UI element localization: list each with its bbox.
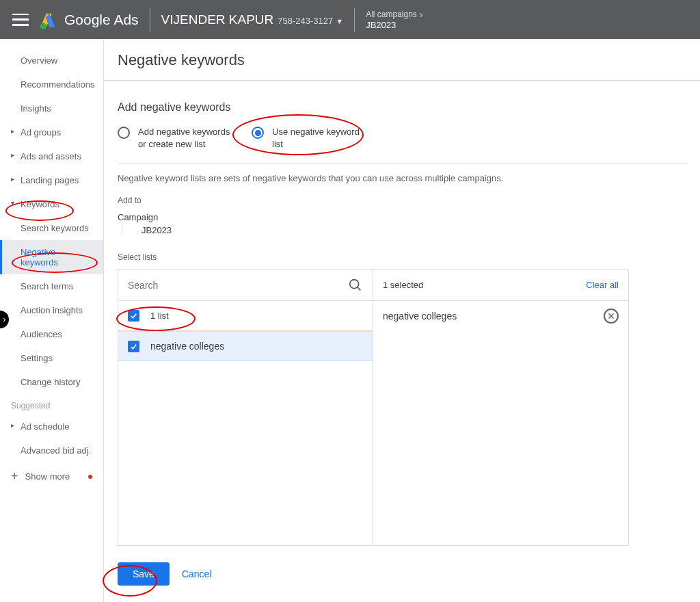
nav-show-more-label: Show more	[25, 471, 70, 482]
nav-overview[interactable]: Overview	[0, 49, 103, 73]
nav-ads-assets[interactable]: Ads and assets	[0, 144, 103, 168]
nav-change-history[interactable]: Change history	[0, 370, 103, 394]
nav-settings[interactable]: Settings	[0, 346, 103, 370]
radio-label: Use negative keyword list	[272, 126, 368, 150]
account-switcher[interactable]: VIJENDER KAPUR 758-243-3127 ▼	[161, 12, 344, 27]
list-item-label: negative colleges	[150, 341, 224, 352]
nav-negative-keywords[interactable]: Negative keywords	[0, 240, 103, 274]
radio-group: Add negative keywords or create new list…	[118, 126, 689, 163]
search-input[interactable]	[128, 280, 348, 291]
title-divider	[104, 80, 700, 81]
page-title: Negative keywords	[118, 51, 689, 80]
account-name: VIJENDER KAPUR	[161, 12, 274, 27]
search-icon[interactable]	[348, 278, 363, 293]
svg-point-3	[350, 279, 359, 288]
checkbox-checked-icon[interactable]	[128, 310, 139, 322]
header-divider	[354, 8, 355, 32]
list-count-label: 1 list	[150, 311, 169, 321]
clear-all-button[interactable]: Clear all	[586, 280, 619, 290]
main-content: Negative keywords Add negative keywords …	[104, 39, 700, 602]
nav-suggested-label: Suggested	[0, 394, 103, 415]
add-to-label: Add to	[118, 196, 689, 205]
nav-ad-schedule[interactable]: Ad schedule	[0, 415, 103, 439]
nav-ad-groups[interactable]: Ad groups	[0, 120, 103, 144]
cancel-button[interactable]: Cancel	[182, 568, 212, 579]
google-ads-logo-icon	[38, 10, 57, 29]
side-nav: Overview Recommendations Insights Ad gro…	[0, 39, 104, 602]
save-button[interactable]: Save	[118, 562, 170, 586]
breadcrumb-top: All campaigns	[366, 9, 417, 20]
campaign-value: JB2023	[122, 225, 172, 235]
nav-search-terms[interactable]: Search terms	[0, 274, 103, 298]
account-id: 758-243-3127	[278, 16, 333, 26]
footer-buttons: Save Cancel	[118, 562, 689, 586]
svg-line-4	[358, 287, 361, 290]
list-selector: 1 list negative colleges 1 selected Clea…	[118, 269, 629, 546]
chevron-right-icon: ›	[420, 9, 423, 20]
campaign-selector[interactable]: Campaign JB2023	[118, 212, 689, 236]
radio-add-keywords[interactable]: Add negative keywords or create new list	[118, 126, 234, 150]
radio-use-list[interactable]: Use negative keyword list	[252, 126, 368, 150]
nav-audiences[interactable]: Audiences	[0, 322, 103, 346]
nav-insights[interactable]: Insights	[0, 96, 103, 120]
svg-point-2	[40, 23, 46, 29]
nav-show-more[interactable]: + Show more	[0, 462, 103, 490]
selected-item-label: negative colleges	[383, 311, 457, 322]
nav-auction-insights[interactable]: Auction insights	[0, 298, 103, 322]
nav-landing-pages[interactable]: Landing pages	[0, 168, 103, 192]
available-lists-pane: 1 list negative colleges	[118, 270, 373, 545]
nav-advanced-bid[interactable]: Advanced bid adj.	[0, 439, 103, 462]
section-title: Add negative keywords	[118, 101, 689, 114]
remove-item-button[interactable]	[604, 309, 619, 324]
selected-item: negative colleges	[373, 301, 628, 331]
hamburger-menu-icon[interactable]	[12, 14, 29, 26]
selected-lists-pane: 1 selected Clear all negative colleges	[373, 270, 628, 545]
close-icon	[607, 312, 615, 320]
checkbox-checked-icon[interactable]	[128, 341, 139, 352]
nav-search-keywords[interactable]: Search keywords	[0, 216, 103, 240]
description-text: Negative keyword lists are sets of negat…	[118, 173, 689, 183]
radio-label: Add negative keywords or create new list	[138, 126, 234, 150]
select-all-row[interactable]: 1 list	[118, 301, 373, 331]
plus-icon: +	[11, 469, 18, 484]
chevron-down-icon: ▼	[336, 17, 343, 25]
breadcrumb[interactable]: All campaigns › JB2023	[366, 9, 422, 31]
selected-count: 1 selected	[383, 280, 423, 290]
breadcrumb-current: JB2023	[366, 20, 422, 31]
header-divider	[150, 8, 150, 32]
nav-recommendations[interactable]: Recommendations	[0, 73, 103, 96]
campaign-label: Campaign	[118, 212, 689, 222]
product-name: Google Ads	[64, 12, 139, 28]
selected-header: 1 selected Clear all	[373, 270, 628, 301]
search-row	[118, 270, 373, 301]
radio-checked-icon	[252, 127, 264, 139]
nav-keywords[interactable]: Keywords	[0, 192, 103, 216]
list-item[interactable]: negative colleges	[118, 331, 373, 361]
alert-dot-icon	[88, 475, 92, 479]
radio-unchecked-icon	[118, 127, 130, 139]
app-header: Google Ads VIJENDER KAPUR 758-243-3127 ▼…	[0, 0, 700, 39]
select-lists-label: Select lists	[118, 252, 689, 262]
